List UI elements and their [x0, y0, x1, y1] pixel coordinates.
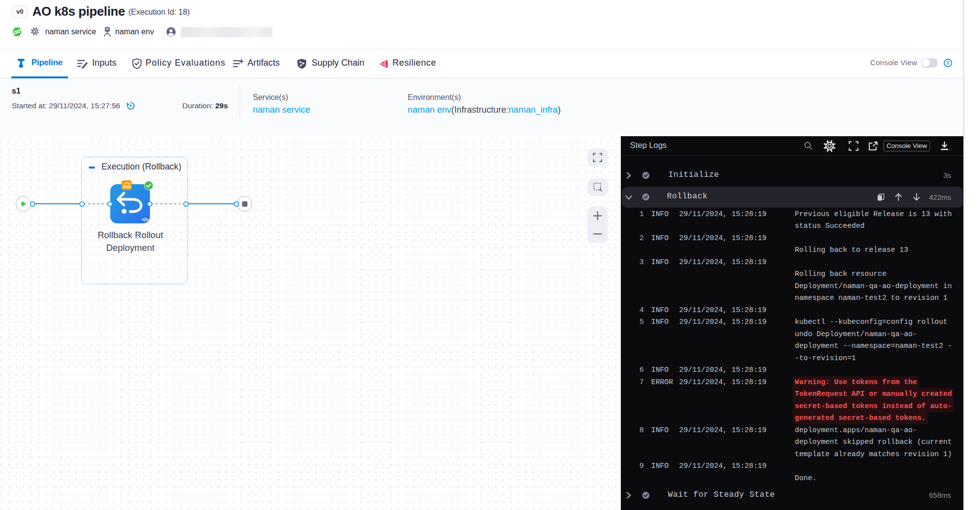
svg-text:</>: </>: [142, 217, 149, 222]
